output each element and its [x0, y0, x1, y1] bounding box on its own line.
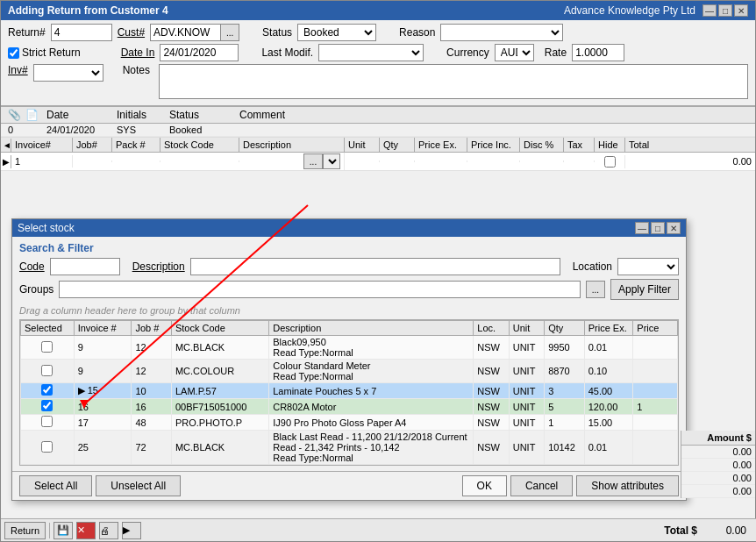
row-job [73, 160, 112, 162]
strict-return-label: Strict Return [22, 46, 81, 59]
modal-row-1-loc: NSW [474, 336, 509, 360]
log-col-status: Status [166, 107, 236, 123]
cust-label: Cust# [118, 26, 145, 39]
modal-row-1-qty: 9950 [545, 336, 585, 360]
select-row-5[interactable] [41, 416, 53, 427]
toolbar-save-btn[interactable]: 💾 [53, 522, 73, 539]
select-row-3[interactable] [41, 384, 53, 396]
row-pack [112, 160, 160, 162]
modal-row-3-desc: Laminate Pouches 5 x 7 [269, 383, 474, 399]
total-label: Total $ [664, 524, 697, 537]
title-bar-right: Advance Knowledge Pty Ltd — □ ✕ [564, 4, 748, 17]
description-filter-input[interactable] [190, 258, 560, 275]
hide-checkbox[interactable] [604, 156, 616, 168]
row-desc [243, 153, 303, 169]
cust-browse-button[interactable]: ... [220, 24, 239, 41]
modal-close-btn[interactable]: ✕ [667, 222, 681, 234]
reason-select[interactable] [440, 24, 563, 41]
groups-input[interactable] [59, 281, 581, 298]
log-row-comment [236, 129, 243, 131]
modal-row-4-price: 1 [633, 399, 678, 415]
modal-row-6[interactable]: 25 72 MC.BLACK Black Last Read - 11,200 … [21, 431, 678, 465]
cancel-button[interactable]: Cancel [510, 475, 573, 496]
toolbar-delete-btn[interactable]: ✕ [76, 522, 96, 539]
rate-label: Rate [545, 46, 567, 59]
return-toolbar-btn[interactable]: Return [4, 522, 46, 539]
inv-select[interactable] [33, 64, 103, 82]
modal-minimize-btn[interactable]: — [635, 222, 649, 234]
th-qty: Qty [380, 138, 415, 152]
modal-row-2-desc: Colour Standard MeterRead Type:Normal [269, 360, 474, 383]
modal-row-5-qty: 1 [545, 415, 585, 431]
location-filter-select[interactable] [617, 258, 679, 275]
select-row-4[interactable] [41, 400, 53, 411]
close-button[interactable]: ✕ [734, 4, 748, 17]
cust-field: ... [150, 24, 239, 41]
modal-row-6-invoice: 25 [74, 431, 132, 465]
status-select[interactable]: Booked [297, 24, 376, 41]
modal-table: Selected Invoice # Job # Stock Code Desc… [20, 320, 678, 465]
modal-row-2-stockcode: MC.COLOUR [171, 360, 268, 383]
maximize-button[interactable]: □ [718, 4, 732, 17]
select-row-1[interactable] [41, 341, 53, 353]
title-bar: Adding Return from Customer 4 Advance Kn… [1, 1, 755, 20]
modal-row-5-job: 48 [132, 415, 172, 431]
rate-input[interactable] [572, 44, 624, 61]
modal-row-6-unit: UNIT [509, 431, 544, 465]
select-all-button[interactable]: Select All [19, 475, 92, 496]
select-row-6[interactable] [41, 441, 53, 453]
toolbar-divider-1 [49, 523, 50, 538]
modal-row-5-invoice: 17 [74, 415, 132, 431]
show-attributes-button[interactable]: Show attributes [576, 475, 679, 496]
ok-button[interactable]: OK [462, 475, 507, 496]
unit-select-inline[interactable] [323, 153, 340, 169]
modal-row-4-desc: CR802A Motor [269, 399, 474, 415]
unselect-all-button[interactable]: Unselect All [96, 475, 181, 496]
modal-row-2-unit: UNIT [509, 360, 544, 383]
th-desc: Description [239, 138, 345, 152]
modal-row-6-loc: NSW [474, 431, 509, 465]
modal-maximize-btn[interactable]: □ [651, 222, 665, 234]
modal-row-3-qty: 3 [545, 383, 585, 399]
last-modif-select[interactable] [318, 44, 424, 61]
window-title: Adding Return from Customer 4 [8, 4, 168, 17]
toolbar-nav-btn[interactable]: ▶ [122, 522, 141, 539]
amount-header: Amount $ [681, 431, 755, 446]
notes-textarea[interactable] [159, 64, 748, 99]
modal-row-2-qty: 8870 [545, 360, 585, 383]
modal-row-5-desc: IJ90 Pro Photo Gloss Paper A4 [269, 415, 474, 431]
minimize-button[interactable]: — [703, 4, 717, 17]
th-job: Job# [73, 138, 112, 152]
th-modal-price-ex: Price Ex. [584, 321, 633, 336]
row-price-ex [415, 160, 467, 162]
return-input[interactable] [51, 24, 112, 41]
modal-row-3[interactable]: ▶ 15 10 LAM.P.57 Laminate Pouches 5 x 7 … [21, 383, 678, 399]
modal-row-4-qty: 5 [545, 399, 585, 415]
date-in-input[interactable] [160, 44, 239, 61]
modal-row-2[interactable]: 9 12 MC.COLOUR Colour Standard MeterRead… [21, 360, 678, 383]
modal-row-6-desc: Black Last Read - 11,200 21/12/2018 Curr… [269, 431, 474, 465]
return-label: Return# [8, 26, 46, 39]
apply-filter-button[interactable]: Apply Filter [610, 279, 679, 300]
modal-table-header: Selected Invoice # Job # Stock Code Desc… [21, 321, 678, 336]
stock-select-btn[interactable]: ... [303, 153, 323, 169]
modal-row-4-job: 16 [132, 399, 172, 415]
modal-row-5[interactable]: 17 48 PRO.PHOTO.P IJ90 Pro Photo Gloss P… [21, 415, 678, 431]
th-tax: Tax [564, 138, 595, 152]
strict-return-checkbox[interactable] [8, 47, 19, 59]
cust-input[interactable] [150, 24, 220, 41]
reason-label: Reason [399, 26, 435, 39]
modal-table-container[interactable]: Selected Invoice # Job # Stock Code Desc… [19, 319, 679, 466]
code-filter-input[interactable] [50, 258, 120, 275]
select-row-2[interactable] [41, 365, 53, 376]
modal-row-4[interactable]: 16 16 00BF715051000 CR802A Motor NSW UNI… [21, 399, 678, 415]
toolbar-print-btn[interactable]: 🖨 [99, 522, 118, 539]
groups-browse-btn[interactable]: ... [586, 281, 605, 298]
modal-row-1[interactable]: 9 12 MC.BLACK Black09,950Read Type:Norma… [21, 336, 678, 360]
modal-table-body: 9 12 MC.BLACK Black09,950Read Type:Norma… [21, 336, 678, 465]
currency-select[interactable]: AUD [495, 44, 534, 61]
amount-cell-2: 0.00 [681, 459, 755, 472]
modal-row-3-invoice: ▶ 15 [74, 383, 132, 399]
log-icon: 📎 [8, 109, 25, 121]
th-selected: Selected [21, 321, 75, 336]
